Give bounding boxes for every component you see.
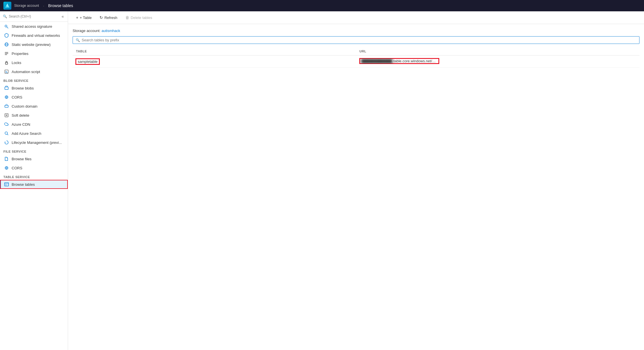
svg-rect-5 xyxy=(5,52,8,53)
svg-rect-18 xyxy=(5,183,9,186)
sidebar-item-label: Add Azure Search xyxy=(12,131,41,136)
table-search-input[interactable] xyxy=(82,38,636,42)
sidebar-item-label: Azure CDN xyxy=(12,122,30,127)
sidebar-item-label: Browse tables xyxy=(12,182,35,187)
table-name-cell: sampletable xyxy=(73,56,356,68)
sidebar-section-table: TABLE SERVICE Browse tables xyxy=(0,172,68,189)
sidebar-item-cors-file[interactable]: CORS xyxy=(0,163,68,172)
sidebar-search-container: 🔍 « xyxy=(0,11,68,22)
add-icon: + xyxy=(76,15,78,20)
list-icon xyxy=(4,51,9,56)
sidebar-item-label: Properties xyxy=(12,52,28,56)
topbar-account: Storage account xyxy=(14,4,39,8)
svg-line-16 xyxy=(7,134,9,135)
search-icon: 🔍 xyxy=(3,14,7,18)
sidebar-item-automation-script[interactable]: Automation script xyxy=(0,67,68,76)
delete-icon-toolbar: 🗑 xyxy=(125,15,129,20)
sidebar-item-label: Locks xyxy=(12,61,21,65)
sidebar-item-static-website[interactable]: Static website (preview) xyxy=(0,40,68,49)
sidebar-item-label: Static website (preview) xyxy=(12,42,50,47)
sidebar-item-browse-blobs[interactable]: Browse blobs xyxy=(0,84,68,93)
url-blurred-prefix: ████████████ xyxy=(361,59,393,63)
blob-icon xyxy=(4,86,9,90)
sidebar-search-input[interactable] xyxy=(9,14,59,18)
delete-tables-button[interactable]: 🗑 Delete tables xyxy=(122,14,156,22)
refresh-icon: ↻ xyxy=(100,15,103,20)
sidebar-section-general: Shared access signature Firewalls and vi… xyxy=(0,22,68,76)
sidebar-item-label: CORS xyxy=(12,95,22,99)
url-col-header: URL xyxy=(356,47,640,56)
sidebar-item-shared-access-signature[interactable]: Shared access signature xyxy=(0,22,68,31)
sidebar-item-lifecycle-management[interactable]: Lifecycle Management (previ... xyxy=(0,138,68,147)
sidebar-item-soft-delete[interactable]: Soft delete xyxy=(0,111,68,120)
key-icon xyxy=(4,24,9,29)
script-icon xyxy=(4,69,9,74)
delete-tables-label: Delete tables xyxy=(131,16,152,20)
cors-icon xyxy=(4,95,9,99)
sidebar-item-browse-tables[interactable]: Browse tables xyxy=(0,180,68,189)
collapse-sidebar-button[interactable]: « xyxy=(60,14,65,19)
url-cell: ████████████.table.core.windows.net/samp… xyxy=(356,56,640,68)
lifecycle-icon xyxy=(4,140,9,145)
files-icon xyxy=(4,157,9,161)
table-name-value: sampletable xyxy=(76,59,99,64)
url-suffix: .table.core.windows.net/sampletable xyxy=(392,59,439,63)
topbar-separator: - xyxy=(43,4,44,8)
sidebar-item-label: CORS xyxy=(12,166,22,170)
azure-logo xyxy=(3,2,11,10)
refresh-button[interactable]: ↻ Refresh xyxy=(96,14,121,22)
topbar-title: Browse tables xyxy=(48,3,73,8)
content-area: Storage account: autismhack 🔍 TABLE URL xyxy=(68,24,644,350)
svg-rect-6 xyxy=(5,53,8,54)
sidebar-item-cors-blob[interactable]: CORS xyxy=(0,93,68,102)
svg-point-0 xyxy=(5,25,7,27)
table-service-label: TABLE SERVICE xyxy=(0,172,68,180)
blob-service-label: BLOB SERVICE xyxy=(0,76,68,84)
storage-account-line: Storage account: autismhack xyxy=(73,29,639,33)
toolbar: + + Table ↻ Refresh 🗑 Delete tables xyxy=(68,11,644,24)
svg-rect-11 xyxy=(5,87,8,89)
table-row[interactable]: sampletable ████████████.table.core.wind… xyxy=(73,56,639,68)
file-service-label: FILE SERVICE xyxy=(0,147,68,154)
domain-icon xyxy=(4,104,9,108)
sidebar-item-label: Soft delete xyxy=(12,113,29,118)
sidebar-item-label: Firewalls and virtual networks xyxy=(12,33,60,38)
svg-point-15 xyxy=(5,132,8,135)
sidebar-item-properties[interactable]: Properties xyxy=(0,49,68,58)
sidebar-item-custom-domain[interactable]: Custom domain xyxy=(0,102,68,111)
sidebar-item-label: Browse files xyxy=(12,157,31,161)
sidebar: 🔍 « Shared access signature Firewalls an… xyxy=(0,11,68,350)
sidebar-item-add-azure-search[interactable]: Add Azure Search xyxy=(0,129,68,138)
url-value: ████████████.table.core.windows.net/samp… xyxy=(360,58,439,64)
table-icon xyxy=(4,182,9,187)
table-col-header: TABLE xyxy=(73,47,356,56)
add-table-button[interactable]: + + Table xyxy=(73,14,95,22)
tables-table: TABLE URL sampletable ████████████.table… xyxy=(73,47,639,68)
table-search-container: 🔍 xyxy=(73,36,639,44)
storage-account-label: Storage account: xyxy=(73,29,100,33)
delete-icon xyxy=(4,113,9,118)
refresh-label: Refresh xyxy=(104,16,117,20)
search-icon xyxy=(4,131,9,136)
sidebar-section-blob: BLOB SERVICE Browse blobs CORS Custom do… xyxy=(0,76,68,147)
sidebar-item-label: Automation script xyxy=(12,70,40,74)
sidebar-item-locks[interactable]: Locks xyxy=(0,58,68,67)
sidebar-item-azure-cdn[interactable]: Azure CDN xyxy=(0,120,68,129)
sidebar-item-label: Browse blobs xyxy=(12,86,34,90)
main-content: + + Table ↻ Refresh 🗑 Delete tables Stor… xyxy=(68,11,644,350)
sidebar-item-firewalls[interactable]: Firewalls and virtual networks xyxy=(0,31,68,40)
svg-rect-7 xyxy=(5,54,7,55)
sidebar-item-label: Shared access signature xyxy=(12,24,52,29)
storage-account-link[interactable]: autismhack xyxy=(102,29,120,33)
svg-rect-8 xyxy=(5,63,8,64)
globe-icon xyxy=(4,42,9,47)
svg-rect-13 xyxy=(5,105,8,107)
cors-icon-file xyxy=(4,166,9,170)
svg-line-1 xyxy=(7,27,9,29)
lock-icon xyxy=(4,60,9,65)
sidebar-item-browse-files[interactable]: Browse files xyxy=(0,154,68,163)
add-table-label: + Table xyxy=(80,16,92,20)
sidebar-section-file: FILE SERVICE Browse files CORS xyxy=(0,147,68,172)
sidebar-item-label: Lifecycle Management (previ... xyxy=(12,140,62,145)
topbar: Storage account - Browse tables xyxy=(0,0,644,11)
